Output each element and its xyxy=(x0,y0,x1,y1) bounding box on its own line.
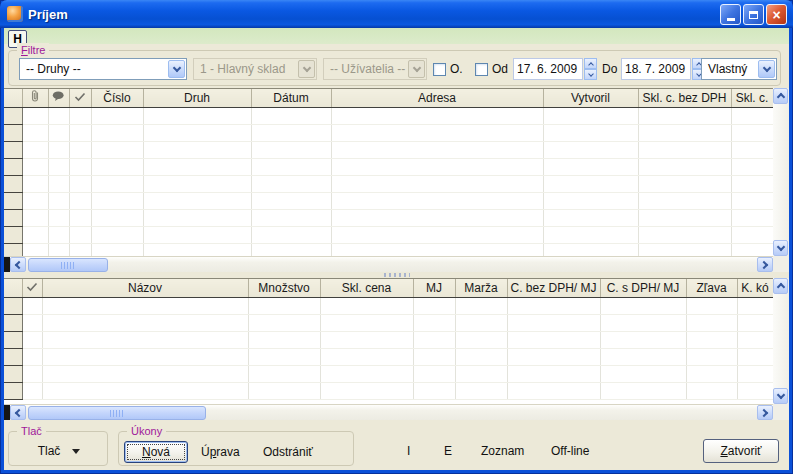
grid-cell[interactable] xyxy=(331,226,543,243)
grid-cell[interactable] xyxy=(543,175,638,192)
grid-cell[interactable] xyxy=(91,243,143,256)
grid-cell[interactable] xyxy=(320,365,413,382)
grid-cell[interactable] xyxy=(600,331,686,348)
grid-cell[interactable] xyxy=(22,141,48,158)
grid-cell[interactable] xyxy=(69,192,91,209)
col-mnozstvo[interactable]: Množstvo xyxy=(248,279,320,297)
grid-cell[interactable] xyxy=(69,124,91,141)
grid-cell[interactable] xyxy=(22,158,48,175)
col-check[interactable] xyxy=(69,89,91,107)
scroll-up-icon[interactable] xyxy=(773,278,788,294)
grid-cell[interactable] xyxy=(22,209,48,226)
grid-cell[interactable] xyxy=(248,348,320,365)
grid-cell[interactable] xyxy=(251,175,331,192)
col-skl-c-bez-dph[interactable]: Skl. c. bez DPH xyxy=(638,89,731,107)
minimize-button[interactable] xyxy=(720,4,741,25)
grid-cell[interactable] xyxy=(4,141,22,158)
titlebar[interactable]: Príjem × xyxy=(0,0,793,28)
grid-cell[interactable] xyxy=(69,107,91,124)
grid-cell[interactable] xyxy=(737,297,773,314)
grid-cell[interactable] xyxy=(413,382,455,399)
grid-cell[interactable] xyxy=(686,382,737,399)
vlastny-combobox[interactable]: Vlastný xyxy=(701,58,777,80)
grid-cell[interactable] xyxy=(543,124,638,141)
grid-cell[interactable] xyxy=(42,365,248,382)
grid-cell[interactable] xyxy=(737,382,773,399)
grid-cell[interactable] xyxy=(4,107,22,124)
grid-cell[interactable] xyxy=(737,314,773,331)
spin-down-icon[interactable] xyxy=(584,69,597,80)
grid-cell[interactable] xyxy=(638,226,731,243)
grid-cell[interactable] xyxy=(731,124,773,141)
grid-cell[interactable] xyxy=(507,297,600,314)
grid-cell[interactable] xyxy=(320,314,413,331)
grid-cell[interactable] xyxy=(4,226,22,243)
grid-cell[interactable] xyxy=(4,158,22,175)
grid-cell[interactable] xyxy=(331,107,543,124)
grid-cell[interactable] xyxy=(413,365,455,382)
grid-cell[interactable] xyxy=(248,297,320,314)
grid-cell[interactable] xyxy=(143,158,251,175)
chevron-down-icon[interactable] xyxy=(168,60,185,78)
grid-cell[interactable] xyxy=(507,382,600,399)
grid-cell[interactable] xyxy=(22,124,48,141)
grid-cell[interactable] xyxy=(4,314,22,331)
grid-cell[interactable] xyxy=(22,107,48,124)
grid-cell[interactable] xyxy=(248,314,320,331)
scroll-down-icon[interactable] xyxy=(773,240,788,256)
grid-cell[interactable] xyxy=(22,297,42,314)
grid-cell[interactable] xyxy=(22,175,48,192)
chevron-down-icon[interactable] xyxy=(758,60,775,78)
scrollbar-thumb[interactable] xyxy=(28,406,206,420)
grid-cell[interactable] xyxy=(731,107,773,124)
scroll-up-icon[interactable] xyxy=(773,88,788,104)
grid-cell[interactable] xyxy=(248,365,320,382)
grid-cell[interactable] xyxy=(638,141,731,158)
col-adresa[interactable]: Adresa xyxy=(331,89,543,107)
grid-cell[interactable] xyxy=(91,107,143,124)
grid-cell[interactable] xyxy=(507,365,600,382)
grid-cell[interactable] xyxy=(4,124,22,141)
grid-cell[interactable] xyxy=(22,226,48,243)
col-skl-c[interactable]: Skl. c. xyxy=(731,89,773,107)
grid-cell[interactable] xyxy=(251,226,331,243)
grid-cell[interactable] xyxy=(638,209,731,226)
grid-cell[interactable] xyxy=(455,314,507,331)
spin-up-icon[interactable] xyxy=(584,58,597,69)
grid-cell[interactable] xyxy=(731,192,773,209)
date-to-field[interactable] xyxy=(621,58,691,80)
grid-cell[interactable] xyxy=(48,141,69,158)
grid-cell[interactable] xyxy=(600,365,686,382)
grid-cell[interactable] xyxy=(4,175,22,192)
grid-cell[interactable] xyxy=(455,331,507,348)
grid-cell[interactable] xyxy=(731,141,773,158)
col-datum[interactable]: Dátum xyxy=(251,89,331,107)
grid-cell[interactable] xyxy=(543,107,638,124)
grid-cell[interactable] xyxy=(600,297,686,314)
items-hscrollbar[interactable] xyxy=(4,404,773,420)
grid-cell[interactable] xyxy=(22,192,48,209)
grid-cell[interactable] xyxy=(4,382,22,399)
grid-cell[interactable] xyxy=(143,209,251,226)
grid-cell[interactable] xyxy=(42,314,248,331)
col-nazov[interactable]: Názov xyxy=(42,279,248,297)
grid-cell[interactable] xyxy=(69,158,91,175)
grid-cell[interactable] xyxy=(22,243,48,256)
grid-cell[interactable] xyxy=(331,209,543,226)
grid-cell[interactable] xyxy=(731,158,773,175)
grid-cell[interactable] xyxy=(143,141,251,158)
grid-cell[interactable] xyxy=(251,158,331,175)
grid-cell[interactable] xyxy=(143,124,251,141)
grid-cell[interactable] xyxy=(455,382,507,399)
e-button[interactable]: E xyxy=(440,442,456,460)
grid-cell[interactable] xyxy=(69,243,91,256)
grid-cell[interactable] xyxy=(48,124,69,141)
maximize-button[interactable] xyxy=(743,4,764,25)
grid-cell[interactable] xyxy=(42,297,248,314)
grid-cell[interactable] xyxy=(91,226,143,243)
col-attachment[interactable] xyxy=(22,89,48,107)
grid-cell[interactable] xyxy=(22,314,42,331)
grid-cell[interactable] xyxy=(69,226,91,243)
grid-cell[interactable] xyxy=(737,365,773,382)
col-c-s-dph-mj[interactable]: C. s DPH/ MJ xyxy=(600,279,686,297)
